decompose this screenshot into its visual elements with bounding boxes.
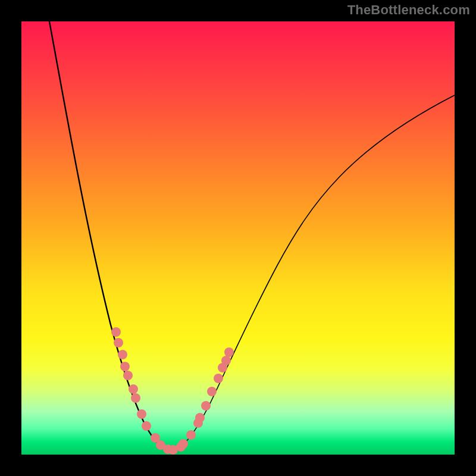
- right-curve-path: [170, 95, 455, 450]
- data-point: [111, 327, 121, 337]
- plot-area: [21, 21, 455, 455]
- data-point: [201, 401, 211, 411]
- left-curve-path: [49, 21, 170, 450]
- scatter-points: [111, 327, 234, 455]
- data-point: [118, 350, 127, 359]
- data-point: [123, 371, 133, 380]
- data-point: [178, 439, 188, 449]
- data-point: [142, 421, 151, 431]
- watermark-text: TheBottleneck.com: [347, 2, 470, 18]
- data-point: [186, 430, 196, 440]
- data-point: [131, 393, 140, 403]
- data-point: [129, 384, 138, 394]
- chart-frame: TheBottleneck.com: [0, 0, 476, 476]
- data-point: [137, 409, 146, 419]
- data-point: [221, 356, 231, 365]
- data-point: [195, 413, 205, 422]
- chart-svg: [21, 21, 455, 455]
- data-point: [224, 347, 234, 357]
- data-point: [120, 362, 130, 371]
- data-point: [214, 374, 223, 383]
- data-point: [114, 338, 123, 347]
- data-point: [207, 387, 217, 396]
